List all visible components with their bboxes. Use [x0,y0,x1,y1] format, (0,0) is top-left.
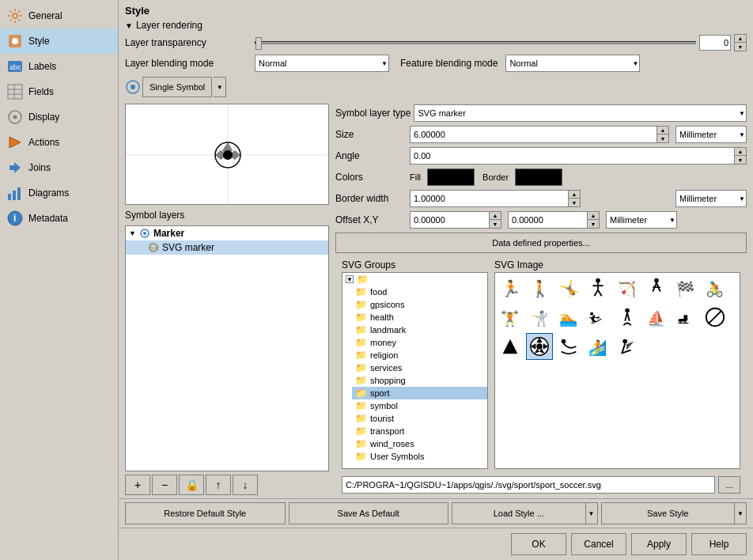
group-item-sport[interactable]: 📁 sport [352,387,487,399]
ok-button[interactable]: OK [511,533,566,555]
offset-x-input[interactable] [410,211,489,229]
sidebar-item-general[interactable]: General [0,3,118,28]
border-width-input[interactable] [410,190,568,207]
sidebar-item-diagrams[interactable]: Diagrams [0,180,118,206]
group-item-money[interactable]: 📁 money [352,336,487,349]
svg-icon-swimmer[interactable]: 🏊 [555,304,582,331]
layer-type-combo[interactable]: SVG marker [414,104,747,122]
browse-button[interactable]: ... [718,476,740,494]
single-symbol-button[interactable]: Single Symbol [142,77,212,97]
transparency-spinbox[interactable] [699,35,731,51]
load-style-button[interactable]: Load Style ... [452,502,585,524]
group-item-user-symbols[interactable]: 📁 User Symbols [352,450,487,463]
group-item-wind-roses[interactable]: 📁 wind_roses [352,437,487,450]
tree-item-svg-marker[interactable]: SVG SVG marker [126,240,328,255]
svg-icon-runner2[interactable] [643,274,670,301]
group-item-transport[interactable]: 📁 transport [352,425,487,437]
svg-icon-no-sign[interactable] [702,304,728,331]
svg-icon-windsurfer[interactable] [614,333,641,360]
angle-spin-up[interactable]: ▲ [735,148,746,156]
svg-image-grid[interactable]: 🏃 🚶 🤸 [494,272,740,469]
svg-icon-swimmer2[interactable] [555,333,582,360]
group-item-landmark[interactable]: 📁 landmark [352,324,487,336]
border-width-spin-buttons[interactable]: ▲ ▼ [568,190,581,207]
size-input[interactable] [410,126,657,143]
fill-color-swatch[interactable] [427,168,475,186]
move-down-button[interactable]: ↓ [233,475,258,495]
save-style-arrow-button[interactable]: ▼ [734,502,747,524]
svg-icon-fencer[interactable]: 🤺 [526,304,553,331]
transparency-spin-up[interactable]: ▲ [735,35,746,43]
sidebar-item-actions[interactable]: Actions [0,130,118,155]
offset-y-input[interactable] [508,211,587,229]
sidebar-item-display[interactable]: Display [0,104,118,130]
angle-spin-down[interactable]: ▼ [735,156,746,164]
apply-button[interactable]: Apply [631,533,687,555]
svg-icon-weightlifter[interactable]: 🏋 [497,304,524,331]
offset-unit-combo[interactable]: Millimeter [606,211,677,229]
group-item-symbol[interactable]: 📁 symbol [352,399,487,412]
layer-blending-combo[interactable]: Normal [255,55,389,72]
lock-layer-button[interactable]: 🔒 [179,475,204,495]
svg-icon-cyclist[interactable]: 🚴 [702,274,728,301]
path-input[interactable] [342,476,715,494]
svg-icon-flag[interactable]: 🏁 [672,274,699,301]
group-item-gpsicons[interactable]: 📁 gpsicons [352,298,487,311]
offset-y-spin-buttons[interactable]: ▲ ▼ [587,211,600,229]
group-item-root[interactable]: ▼ 📁 [342,273,487,286]
size-spin-buttons[interactable]: ▲ ▼ [657,126,669,143]
sidebar-item-metadata[interactable]: i Metadata [0,206,118,231]
restore-default-button[interactable]: Restore Default Style [125,502,286,524]
cancel-button[interactable]: Cancel [571,533,626,555]
root-expand-icon[interactable]: ▼ [346,275,354,283]
group-item-religion[interactable]: 📁 religion [352,349,487,361]
svg-icon-walker[interactable]: 🚶 [526,274,553,301]
size-spin-up[interactable]: ▲ [657,127,668,134]
svg-icon-gymnast[interactable]: 🤸 [555,274,582,301]
transparency-slider[interactable] [255,35,696,51]
group-item-health[interactable]: 📁 health [352,311,487,324]
border-width-spin-down[interactable]: ▼ [569,199,580,206]
transparency-spin-down[interactable]: ▼ [735,43,746,51]
sidebar-item-labels[interactable]: abc Labels [0,54,118,79]
angle-spin-buttons[interactable]: ▲ ▼ [734,147,747,165]
offset-x-spin-up[interactable]: ▲ [490,212,501,220]
group-item-food[interactable]: 📁 food [352,286,487,298]
offset-x-spin-buttons[interactable]: ▲ ▼ [489,211,501,229]
svg-icon-skater[interactable]: ⛸ [672,304,699,331]
svg-icon-soccer[interactable] [526,333,553,360]
data-defined-button[interactable]: Data defined properties... [335,233,747,253]
single-symbol-dropdown-button[interactable]: ▼ [214,77,226,97]
border-width-spin-up[interactable]: ▲ [569,191,580,199]
svg-icon-pyramid[interactable] [497,333,524,360]
group-item-tourist[interactable]: 📁 tourist [352,412,487,425]
svg-icon-sailor[interactable]: ⛵ [643,304,670,331]
tree-item-marker[interactable]: ▼ Marker [126,226,328,240]
border-color-swatch[interactable] [515,168,562,186]
offset-y-spin-up[interactable]: ▲ [588,212,599,220]
offset-y-spin-down[interactable]: ▼ [588,220,599,228]
save-default-button[interactable]: Save As Default [289,502,449,524]
offset-x-spin-down[interactable]: ▼ [490,220,501,228]
sidebar-item-style[interactable]: Style [0,28,118,54]
svg-icon-runner1[interactable]: 🏃 [497,274,524,301]
add-layer-button[interactable]: + [125,475,150,495]
save-style-button[interactable]: Save Style [601,502,735,524]
svg-icon-archer[interactable]: 🏹 [614,274,641,301]
svg-icon-canoe[interactable] [614,304,641,331]
svg-icon-jumper[interactable] [585,274,611,301]
border-width-unit-combo[interactable]: Millimeter [675,190,747,207]
sidebar-item-joins[interactable]: Joins [0,155,118,180]
load-style-arrow-button[interactable]: ▼ [585,502,598,524]
svg-groups-list[interactable]: ▼ 📁 📁 food 📁 gpsicons [342,272,488,469]
size-unit-combo[interactable]: Millimeter [675,126,747,143]
transparency-spin-buttons[interactable]: ▲ ▼ [734,34,747,51]
sidebar-item-fields[interactable]: Fields [0,79,118,104]
move-up-button[interactable]: ↑ [206,475,231,495]
group-item-services[interactable]: 📁 services [352,361,487,374]
group-item-shopping[interactable]: 📁 shopping [352,374,487,387]
angle-input[interactable] [410,147,734,165]
svg-icon-skier[interactable]: ⛷ [585,304,611,331]
help-button[interactable]: Help [691,533,747,555]
feature-blending-combo[interactable]: Normal [505,55,640,72]
